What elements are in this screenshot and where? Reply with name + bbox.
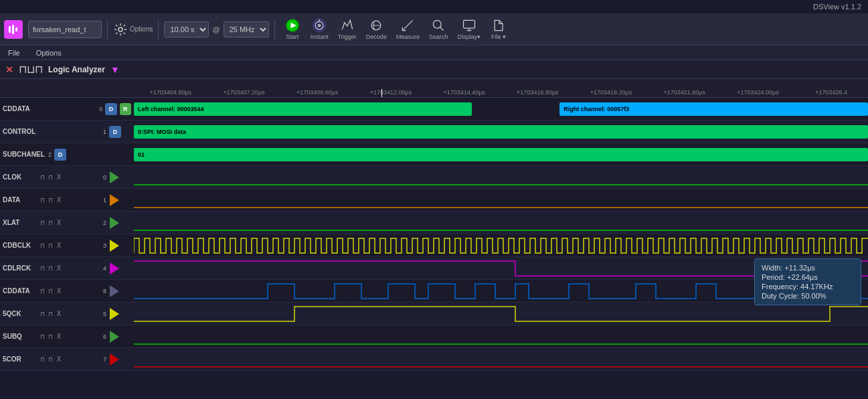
channel-row-cddata-decode: CDDATA 0 D R Left channel: 00003544 Righ… (0, 98, 868, 121)
ch-arrow-cdlrck (110, 262, 119, 274)
ch-name-cddata2: CDDATA (3, 287, 39, 295)
tooltip-duty-value: 50.00% (801, 292, 826, 300)
ch-data-5cor[interactable] (134, 348, 868, 371)
display-label: Display▾ (457, 33, 481, 40)
measurement-tooltip: Width: +11.32μs Period: +22.64μs Frequen… (754, 258, 861, 305)
file-button[interactable]: File ▾ (487, 16, 511, 42)
measure-label: Measure (396, 33, 420, 40)
ch-data-cdlrck[interactable]: Width: +11.32μs Period: +22.64μs Frequen… (134, 257, 868, 280)
options-btn[interactable]: Options (113, 22, 153, 37)
tooltip-freq-label: Frequency: (762, 283, 798, 291)
badge-d-control[interactable]: D (109, 126, 121, 138)
tick-0: +1703404.80μs (134, 89, 207, 97)
ch-arrow-5cor (110, 353, 119, 366)
ch-sig-data: ⊓_⊓_X (41, 196, 94, 204)
waveform-cdbclk (134, 234, 868, 257)
decode-control: 0:SPI: MOSI data (134, 125, 868, 139)
ch-left-cdbclk: CDBCLK ⊓_⊓_X 3 (0, 240, 134, 252)
app-logo (4, 20, 23, 39)
ch-data-subq[interactable] (134, 325, 868, 348)
search-button[interactable]: Search (426, 16, 452, 42)
badge-d-cddata[interactable]: D (105, 103, 116, 115)
timeline-ruler: +1703404.80μs +1703407.20μs +1703409.60μ… (134, 79, 868, 97)
ch-arrow-clok (110, 171, 119, 183)
channel-row-subchanel: SUBCHANEL 2 D 01 (0, 143, 868, 166)
measure-button[interactable]: Measure (393, 16, 423, 42)
ch-left-control: CONTROL 1 D (0, 126, 134, 138)
ch-name-data: DATA (3, 196, 39, 204)
ch-left-xlat: XLAT ⊓_⊓_X 2 (0, 217, 134, 229)
ch-index-xlat: 2 (96, 220, 106, 226)
freq-select[interactable]: 25 MHz (224, 21, 269, 37)
ch-sig-xlat: ⊓_⊓_X (41, 219, 94, 226)
svg-line-13 (403, 20, 413, 30)
ch-arrow-cdbclk (110, 240, 119, 252)
instant-button[interactable]: Instant (307, 16, 332, 42)
ch-left-data: DATA ⊓_⊓_X 1 (0, 194, 134, 206)
tooltip-duty-label: Duty Cycle: (762, 292, 799, 300)
menubar: File Options (0, 46, 868, 60)
ch-index-5qck: 5 (96, 311, 106, 317)
ch-name-5cor: 5COR (3, 355, 39, 363)
badge-r-cddata[interactable]: R (120, 103, 131, 115)
ch-name-control: CONTROL (3, 128, 39, 135)
ch-sig-subq: ⊓_⊓_X (41, 333, 94, 340)
ch-left-5cor: 5COR ⊓_⊓_X 7 (0, 353, 134, 366)
svg-point-3 (118, 27, 122, 31)
decode-subchanel: 01 (134, 148, 868, 161)
ch-data-cddata[interactable]: Left channel: 00003544 Right channel: 00… (134, 98, 868, 121)
display-button[interactable]: Display▾ (454, 16, 484, 42)
ch-left-cddata2: CDDATA ⊓_⊓_X 8 (0, 285, 134, 297)
ch-sig-cdlrck: ⊓_⊓_X (41, 264, 94, 272)
channel-row-data: DATA ⊓_⊓_X 1 (0, 189, 868, 212)
ch-name-subq: SUBQ (3, 333, 39, 340)
tick-2: +1703409.60μs (280, 89, 354, 97)
ch-sig-cdbclk: ⊓_⊓_X (41, 242, 94, 249)
ch-data-cdbclk[interactable] (134, 234, 868, 257)
ch-data-clok[interactable] (134, 166, 868, 189)
start-button[interactable]: Start (280, 16, 305, 42)
ch-index-cddata2: 8 (96, 288, 106, 295)
ch-left-clok: CLOK ⊓_⊓_X 0 (0, 171, 134, 183)
decode-right-channel: Right channel: 00057f3 (559, 102, 868, 116)
ch-index-subq: 6 (96, 333, 106, 340)
svg-rect-2 (15, 27, 17, 31)
ch-name-cdbclk: CDBCLK (3, 242, 39, 249)
tooltip-width-label: Width: (762, 264, 782, 272)
tooltip-duty: Duty Cycle: 50.00% (762, 291, 854, 301)
ch-data-subchanel[interactable]: 01 (134, 143, 868, 166)
app-title: DSView v1.1.2 (813, 3, 861, 11)
decode-button[interactable]: Decode (363, 16, 390, 42)
menu-options[interactable]: Options (33, 48, 64, 58)
ch-arrow-data (110, 194, 119, 206)
sep3 (274, 19, 275, 39)
channel-row-subq: SUBQ ⊓_⊓_X 6 (0, 325, 868, 348)
decode-left-channel: Left channel: 00003544 (134, 102, 472, 116)
at-symbol: @ (210, 25, 222, 33)
time-select[interactable]: 10.00 s (164, 21, 209, 37)
ch-data-control[interactable]: 0:SPI: MOSI data (134, 121, 868, 143)
ch-index-clok: 0 (96, 174, 106, 181)
tick-9: +1703426.4 (794, 89, 868, 97)
ch-name-subchanel: SUBCHANEL (3, 151, 39, 158)
close-button[interactable]: ✕ (5, 64, 13, 75)
ch-name-cdlrck: CDLRCK (3, 264, 39, 272)
trigger-label: Trigger (338, 33, 357, 40)
trigger-button[interactable]: Trigger (335, 16, 360, 42)
sep2 (158, 19, 159, 39)
waveform-clok (134, 166, 868, 189)
filename-input[interactable] (28, 21, 102, 38)
tick-6: +1703419.20μs (574, 89, 648, 97)
timeline: +1703404.80μs +1703407.20μs +1703409.60μ… (0, 79, 868, 98)
badge-d-subchanel[interactable]: D (54, 149, 66, 161)
ch-index-subchanel: 2 (41, 151, 52, 158)
ch-left-5qck: 5QCK ⊓_⊓_X 5 (0, 308, 134, 320)
menu-file[interactable]: File (5, 48, 23, 58)
channel-row-control: CONTROL 1 D 0:SPI: MOSI data (0, 121, 868, 143)
ch-data-data[interactable] (134, 189, 868, 212)
tooltip-width: Width: +11.32μs (762, 263, 854, 272)
tick-7: +1703421.60μs (648, 89, 721, 97)
ch-data-xlat[interactable] (134, 212, 868, 234)
ch-arrow-cddata2 (110, 285, 119, 297)
ch-data-5qck[interactable] (134, 303, 868, 325)
